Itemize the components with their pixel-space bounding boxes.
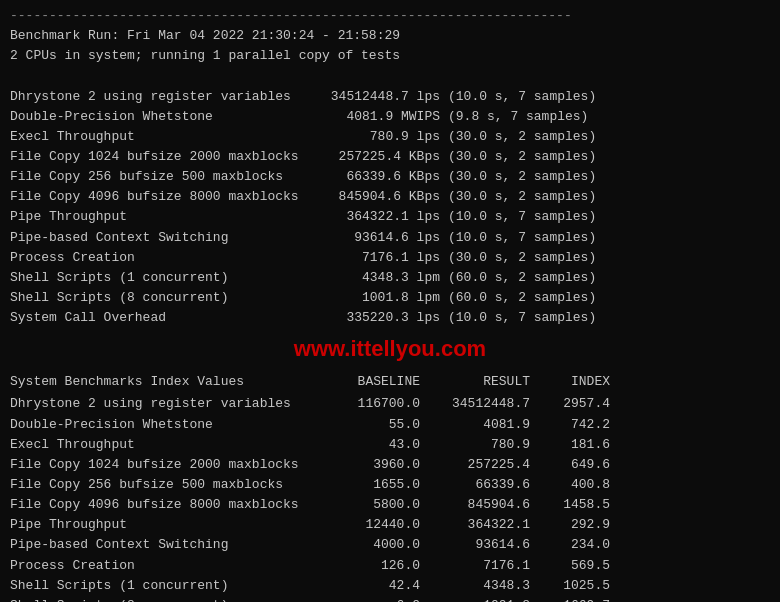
table-row: Process Creation126.07176.1569.5 <box>10 556 770 576</box>
bench-value: 4348.3 lpm <box>320 268 440 288</box>
bench-value: 335220.3 lps <box>320 308 440 328</box>
header-line2: 2 CPUs in system; running 1 parallel cop… <box>10 46 770 66</box>
bench-detail: (60.0 s, 2 samples) <box>440 288 770 308</box>
bench-value: 4081.9 MWIPS <box>320 107 440 127</box>
benchmark-row: Double-Precision Whetstone4081.9 MWIPS(9… <box>10 107 770 127</box>
benchmark-row: Pipe-based Context Switching93614.6 lps(… <box>10 228 770 248</box>
table-row: Pipe-based Context Switching4000.093614.… <box>10 535 770 555</box>
bench-detail: (9.8 s, 7 samples) <box>440 107 770 127</box>
bench-detail: (30.0 s, 2 samples) <box>440 248 770 268</box>
bench-detail: (10.0 s, 7 samples) <box>440 87 770 107</box>
top-divider: ----------------------------------------… <box>10 6 770 26</box>
bench-value: 845904.6 KBps <box>320 187 440 207</box>
table-row: Execl Throughput43.0780.9181.6 <box>10 435 770 455</box>
bench-detail: (10.0 s, 7 samples) <box>440 308 770 328</box>
bench-detail: (30.0 s, 2 samples) <box>440 167 770 187</box>
bench-label: Execl Throughput <box>10 127 320 147</box>
bench-label: System Call Overhead <box>10 308 320 328</box>
table-row: File Copy 4096 bufsize 8000 maxblocks580… <box>10 495 770 515</box>
bench-label: Shell Scripts (1 concurrent) <box>10 268 320 288</box>
benchmark-list: Dhrystone 2 using register variables3451… <box>10 87 770 329</box>
bench-value: 7176.1 lps <box>320 248 440 268</box>
benchmark-row: File Copy 256 bufsize 500 maxblocks66339… <box>10 167 770 187</box>
bench-value: 93614.6 lps <box>320 228 440 248</box>
bench-label: File Copy 256 bufsize 500 maxblocks <box>10 167 320 187</box>
bench-label: File Copy 4096 bufsize 8000 maxblocks <box>10 187 320 207</box>
bench-value: 34512448.7 lps <box>320 87 440 107</box>
bench-detail: (60.0 s, 2 samples) <box>440 268 770 288</box>
bench-detail: (30.0 s, 2 samples) <box>440 187 770 207</box>
table-row: Double-Precision Whetstone55.04081.9742.… <box>10 415 770 435</box>
bench-label: Dhrystone 2 using register variables <box>10 87 320 107</box>
table-header: System Benchmarks Index ValuesBASELINERE… <box>10 372 770 392</box>
benchmark-row: File Copy 4096 bufsize 8000 maxblocks845… <box>10 187 770 207</box>
bench-label: Process Creation <box>10 248 320 268</box>
bench-value: 257225.4 KBps <box>320 147 440 167</box>
bench-label: Shell Scripts (8 concurrent) <box>10 288 320 308</box>
benchmark-row: System Call Overhead335220.3 lps(10.0 s,… <box>10 308 770 328</box>
benchmark-row: File Copy 1024 bufsize 2000 maxblocks257… <box>10 147 770 167</box>
table-row: Shell Scripts (8 concurrent)6.01001.8166… <box>10 596 770 602</box>
bench-label: Pipe-based Context Switching <box>10 228 320 248</box>
table-row: Pipe Throughput12440.0364322.1292.9 <box>10 515 770 535</box>
benchmark-row: Execl Throughput780.9 lps(30.0 s, 2 samp… <box>10 127 770 147</box>
table-row: File Copy 256 bufsize 500 maxblocks1655.… <box>10 475 770 495</box>
benchmark-row: Dhrystone 2 using register variables3451… <box>10 87 770 107</box>
bench-value: 66339.6 KBps <box>320 167 440 187</box>
benchmark-row: Process Creation7176.1 lps(30.0 s, 2 sam… <box>10 248 770 268</box>
bench-label: Pipe Throughput <box>10 207 320 227</box>
benchmark-row: Pipe Throughput364322.1 lps(10.0 s, 7 sa… <box>10 207 770 227</box>
bench-value: 780.9 lps <box>320 127 440 147</box>
benchmark-row: Shell Scripts (1 concurrent)4348.3 lpm(6… <box>10 268 770 288</box>
watermark: www.ittellyou.com <box>10 332 770 366</box>
index-table: System Benchmarks Index ValuesBASELINERE… <box>10 372 770 602</box>
benchmark-row: Shell Scripts (8 concurrent)1001.8 lpm(6… <box>10 288 770 308</box>
bench-detail: (30.0 s, 2 samples) <box>440 127 770 147</box>
bench-value: 364322.1 lps <box>320 207 440 227</box>
bench-detail: (30.0 s, 2 samples) <box>440 147 770 167</box>
bench-detail: (10.0 s, 7 samples) <box>440 228 770 248</box>
bench-label: File Copy 1024 bufsize 2000 maxblocks <box>10 147 320 167</box>
table-row: Dhrystone 2 using register variables1167… <box>10 394 770 414</box>
bench-value: 1001.8 lpm <box>320 288 440 308</box>
header-line1: Benchmark Run: Fri Mar 04 2022 21:30:24 … <box>10 26 770 46</box>
bench-detail: (10.0 s, 7 samples) <box>440 207 770 227</box>
table-row: File Copy 1024 bufsize 2000 maxblocks396… <box>10 455 770 475</box>
table-row: Shell Scripts (1 concurrent)42.44348.310… <box>10 576 770 596</box>
bench-label: Double-Precision Whetstone <box>10 107 320 127</box>
